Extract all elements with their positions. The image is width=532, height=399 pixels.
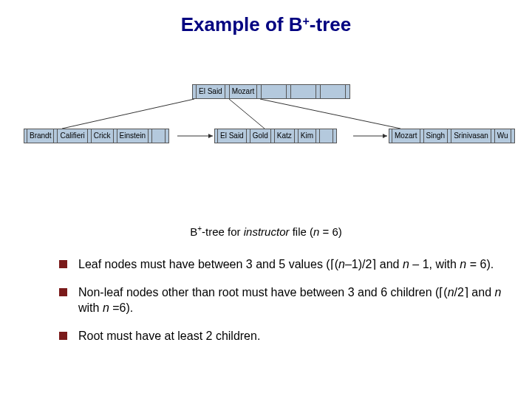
- bullet-text: Leaf nodes must have between 3 and 5 val…: [78, 258, 330, 270]
- leaf-next-ptr: [333, 129, 337, 143]
- root-ptr: [346, 84, 350, 99]
- leaf-next-ptr: [166, 129, 169, 143]
- root-key-empty: [321, 84, 346, 99]
- svg-marker-6: [383, 134, 387, 138]
- leaf-key: Einstein: [117, 129, 149, 143]
- svg-line-1: [229, 99, 265, 129]
- tree-diagram: El Said Mozart Brandt Califieri Crick Ei…: [0, 77, 532, 217]
- root-key-empty: [291, 84, 316, 99]
- root-key: El Said: [197, 84, 225, 99]
- var-n: n: [103, 301, 109, 314]
- caption-mid: -tree for: [202, 225, 244, 238]
- leaf-key: Mozart: [392, 129, 420, 143]
- leaf-key: El Said: [218, 129, 247, 143]
- caption-file: instructor: [244, 225, 290, 238]
- slide-title: Example of B+-tree: [0, 0, 532, 36]
- leaf-key: Srinivasan: [451, 129, 491, 143]
- bullet-list: Leaf nodes must have between 3 and 5 val…: [59, 256, 502, 344]
- leaf-key-empty: [152, 129, 166, 143]
- tree-caption: B+-tree for instructor file (n = 6): [0, 225, 532, 238]
- bullet-item: Root must have at least 2 children.: [59, 328, 502, 344]
- leaf-key: Singh: [424, 129, 449, 143]
- bullet-mid: and: [468, 286, 495, 299]
- leaf-key: Wu: [495, 129, 511, 143]
- root-key-empty: [262, 84, 287, 99]
- bullet-tail: – 1, with: [409, 258, 460, 270]
- title-prefix: Example of B: [181, 13, 303, 35]
- svg-marker-4: [208, 134, 213, 138]
- leaf-key: Brandt: [27, 129, 54, 143]
- leaf-node: Brandt Califieri Crick Einstein: [24, 129, 169, 143]
- root-key: Mozart: [230, 84, 258, 99]
- svg-line-2: [260, 99, 400, 129]
- var-n: n: [403, 258, 409, 270]
- bullet-tail: with: [78, 301, 103, 314]
- caption-suffix: file (: [289, 225, 313, 238]
- expr-rest: –1)/2: [345, 258, 372, 270]
- leaf-key: Kim: [299, 129, 316, 143]
- bullet-end: = 6).: [466, 258, 494, 270]
- var-n: n: [494, 286, 501, 299]
- root-node: El Said Mozart: [192, 84, 350, 99]
- leaf-ptr: [511, 129, 515, 143]
- leaf-node: El Said Gold Katz Kim: [214, 129, 337, 143]
- var-n: n: [448, 286, 454, 299]
- bullet-mid: and: [376, 258, 403, 270]
- caption-prefix: B: [190, 225, 197, 238]
- leaf-key: Crick: [92, 129, 114, 143]
- title-sup: +: [303, 15, 310, 27]
- caption-tail: = 6): [319, 225, 341, 238]
- bullet-end: =6).: [109, 301, 133, 314]
- svg-line-0: [62, 99, 194, 129]
- leaf-node: Mozart Singh Srinivasan Wu: [389, 129, 515, 143]
- leaf-key: Katz: [275, 129, 295, 143]
- leaf-key-empty: [320, 129, 333, 143]
- leaf-key: Califieri: [58, 129, 87, 143]
- bullet-text: Root must have at least 2 children.: [78, 330, 260, 342]
- bullet-item: Non-leaf nodes other than root must have…: [59, 284, 502, 316]
- var-n: n: [338, 258, 345, 270]
- leaf-key: Gold: [250, 129, 271, 143]
- expr-rest: /2: [454, 286, 464, 299]
- var-n: n: [460, 258, 466, 270]
- title-suffix: -tree: [310, 13, 351, 35]
- bullet-text: Non-leaf nodes other than root must have…: [78, 286, 439, 299]
- bullet-item: Leaf nodes must have between 3 and 5 val…: [59, 256, 502, 273]
